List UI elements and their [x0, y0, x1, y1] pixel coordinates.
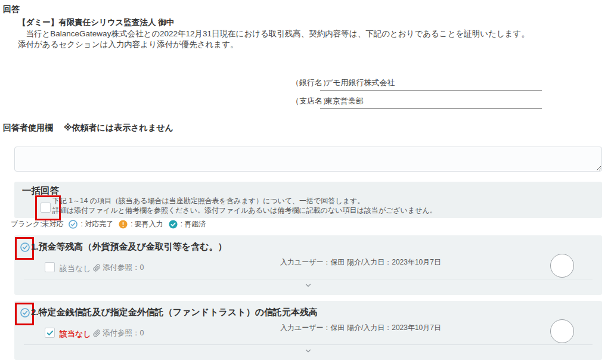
section-deposits: 1.預金等残高（外貨預金及び金取引等を含む。） 該当なし 添付参照：0 入力ユー… — [14, 235, 602, 295]
branch-name-input[interactable] — [320, 95, 542, 109]
responder-heading-note: ※依頼者には表示されません — [64, 123, 173, 132]
paperclip-icon — [93, 264, 101, 272]
attachment-reference[interactable]: 添付参照：0 — [93, 263, 144, 273]
paperclip-icon — [93, 329, 101, 337]
section-title: 1.預金等残高（外貨預金及び金取引等を含む。） — [31, 241, 227, 253]
attachment-reference-label: 添付参照：0 — [103, 263, 144, 273]
section-divider — [24, 344, 593, 345]
status-reviewed-icon — [169, 220, 178, 229]
bank-name-input[interactable] — [320, 76, 542, 91]
seal-circle — [550, 254, 574, 278]
chevron-down-icon[interactable] — [303, 347, 313, 355]
attachment-priority-note: 添付があるセクションは入力内容より添付が優先されます。 — [18, 39, 238, 50]
not-applicable-checkbox[interactable] — [45, 328, 55, 338]
input-user-meta: 入力ユーザー：保田 陽介/入力日：2023年10月7日 — [280, 323, 441, 333]
not-applicable-checkbox[interactable] — [45, 262, 55, 272]
responder-note-textarea[interactable] — [14, 147, 602, 172]
status-reinput-icon — [119, 220, 128, 229]
status-legend: ブランク:未対応 : 対応完了 : 要再入力 : 再鑑済 — [11, 219, 206, 229]
section-title: 2.特定金銭信託及び指定金外信託（ファンドトラスト）の信託元本残高 — [31, 307, 318, 318]
bulk-answer-description-2: 詳細は添付ファイルと備考欄を参照ください。添付ファイルあるいは備考欄に記載のない… — [52, 206, 437, 215]
bulk-answer-panel: 一括回答 下記 1～14 の項目（該当ある場合は当座勘定照合表を含みます）につい… — [14, 182, 602, 218]
page-title: 回答 — [3, 4, 20, 15]
legend-blank-label: ブランク:未対応 — [11, 219, 63, 229]
confirmation-response-page: 回答 【ダミー】有限責任シリウス監査法人 御中 当行とBalanceGatewa… — [0, 0, 611, 364]
responder-section-heading: 回答者使用欄※依頼者には表示されません — [3, 123, 173, 133]
check-icon — [46, 329, 54, 337]
input-user-meta: 入力ユーザー：保田 陽介/入力日：2023年10月7日 — [280, 257, 441, 267]
responder-heading-title: 回答者使用欄 — [3, 123, 53, 132]
seal-circle — [550, 319, 574, 343]
legend-reinput-label: : 要再入力 — [131, 219, 163, 229]
legend-reviewed-label: : 再鑑済 — [181, 219, 206, 229]
bulk-answer-description-1: 下記 1～14 の項目（該当ある場合は当座勘定照合表を含みます）について、一括で… — [52, 196, 364, 206]
attachment-reference-label: 添付参照：0 — [103, 328, 144, 338]
attachment-reference[interactable]: 添付参照：0 — [93, 328, 144, 338]
status-done-icon — [69, 220, 77, 229]
legend-done-label: : 対応完了 — [80, 219, 113, 229]
addressee-line: 【ダミー】有限責任シリウス監査法人 御中 — [18, 17, 174, 28]
section-divider — [24, 279, 593, 279]
chevron-down-icon[interactable] — [303, 281, 313, 290]
section-trusts: 2.特定金銭信託及び指定金外信託（ファンドトラスト）の信託元本残高 該当なし 添… — [14, 301, 602, 360]
statement-line: 当行とBalanceGateway株式会社との2022年12月31日現在における… — [18, 29, 529, 39]
not-applicable-label: 該当なし — [60, 263, 91, 274]
not-applicable-label: 該当なし — [60, 329, 91, 340]
